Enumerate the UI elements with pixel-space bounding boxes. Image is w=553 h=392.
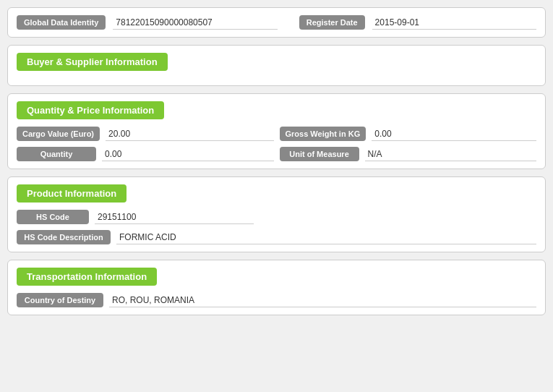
gross-weight-row: Gross Weight in KG 0.00 [280,127,537,141]
quantity-label: Quantity [17,147,96,161]
global-data-card: Global Data Identity 7812201509000008050… [7,7,546,38]
hs-code-label: HS Code [17,210,89,224]
hs-code-desc-field: FORMIC ACID [116,231,536,244]
buyer-supplier-header: Buyer & Supplier Information [17,53,168,71]
quantity-row: Quantity 0.00 [17,147,274,161]
unit-of-measure-field: N/A [365,148,537,161]
quantity-field: 0.00 [102,148,274,161]
cargo-value-label: Cargo Value (Euro) [17,127,100,141]
product-card: Product Information HS Code 29151100 HS … [7,176,546,252]
hs-code-field: 29151100 [95,210,254,224]
quantity-price-header: Quantity & Price Information [17,101,164,119]
cargo-value-row: Cargo Value (Euro) 20.00 [17,127,274,141]
global-data-identity-value: 78122015090000080507 [113,16,277,30]
gross-weight-field: 0.00 [372,127,536,141]
gross-weight-label: Gross Weight in KG [280,127,366,141]
hs-code-desc-label: HS Code Description [17,230,111,244]
cargo-value-field: 20.00 [106,127,273,141]
unit-of-measure-label: Unit of Measure [280,147,359,161]
product-header: Product Information [17,184,127,203]
unit-of-measure-row: Unit of Measure N/A [280,147,537,161]
global-data-identity-label: Global Data Identity [17,15,106,30]
hs-code-desc-row: HS Code Description FORMIC ACID [17,230,536,244]
country-of-destiny-field: RO, ROU, ROMANIA [109,294,536,307]
buyer-supplier-card: Buyer & Supplier Information [7,45,546,86]
register-date-label: Register Date [299,15,365,30]
transportation-card: Transportation Information Country of De… [7,260,546,315]
country-of-destiny-label: Country of Destiny [17,293,103,307]
quantity-price-card: Quantity & Price Information Cargo Value… [7,93,546,169]
transportation-header: Transportation Information [17,268,157,286]
country-of-destiny-row: Country of Destiny RO, ROU, ROMANIA [17,293,536,307]
register-date-value: 2015-09-01 [372,16,536,30]
hs-code-row: HS Code 29151100 [17,210,536,224]
